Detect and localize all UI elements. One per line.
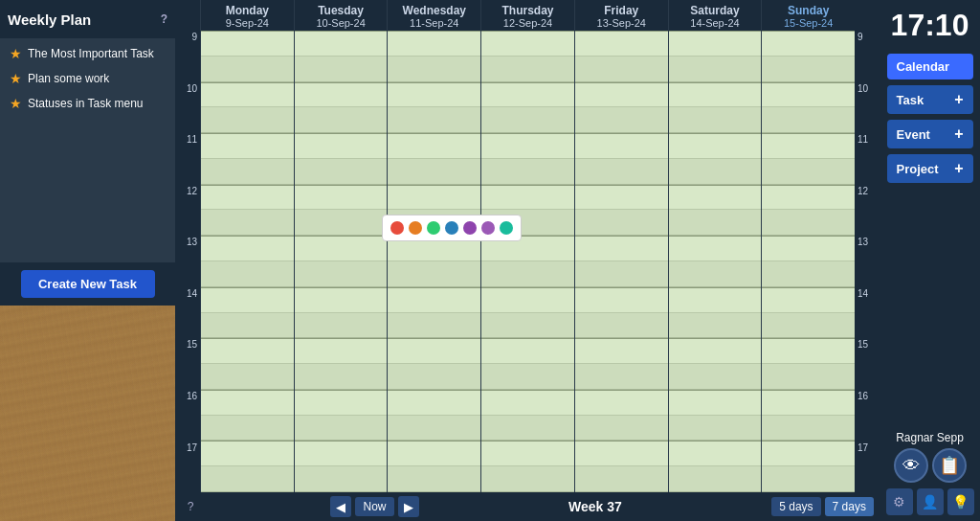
time-cell[interactable] (669, 107, 762, 133)
time-cell[interactable] (295, 390, 388, 416)
time-cell[interactable] (669, 185, 762, 211)
time-cell[interactable] (575, 390, 668, 416)
time-cell[interactable] (295, 185, 388, 211)
task-menu-button[interactable]: Task + (887, 85, 973, 114)
seven-days-button[interactable]: 7 days (825, 497, 874, 516)
time-cell[interactable] (481, 466, 574, 492)
time-cell[interactable] (295, 441, 388, 466)
time-cell[interactable] (762, 338, 855, 364)
avatar-eye-button[interactable]: 👁 (894, 448, 928, 483)
time-cell[interactable] (762, 390, 855, 416)
time-cell[interactable] (762, 466, 855, 492)
time-cell[interactable] (669, 159, 762, 185)
time-cell[interactable] (575, 185, 668, 211)
time-cell[interactable] (669, 31, 762, 57)
time-cell[interactable] (669, 287, 762, 313)
time-cell[interactable] (295, 287, 388, 313)
time-cell[interactable] (669, 261, 762, 287)
time-cell[interactable] (669, 466, 762, 492)
time-cell[interactable] (481, 159, 574, 185)
time-cell[interactable] (481, 441, 574, 466)
time-cell[interactable] (201, 261, 294, 287)
time-cell[interactable] (575, 441, 668, 466)
time-cell[interactable] (762, 31, 855, 57)
time-cell[interactable] (762, 107, 855, 133)
time-cell[interactable] (575, 236, 668, 261)
time-cell[interactable] (388, 313, 480, 339)
time-cell[interactable] (388, 133, 480, 159)
time-cell[interactable] (201, 185, 294, 211)
time-cell[interactable] (762, 185, 855, 211)
time-cell[interactable] (762, 133, 855, 159)
time-cell[interactable] (388, 261, 480, 287)
time-cell[interactable] (762, 236, 855, 261)
time-cell[interactable] (669, 57, 762, 82)
time-cell[interactable] (481, 57, 574, 82)
time-cell[interactable] (575, 82, 668, 108)
time-cell[interactable] (481, 313, 574, 339)
time-cell[interactable] (295, 338, 388, 364)
time-cell[interactable] (295, 364, 388, 390)
now-button[interactable]: Now (355, 497, 393, 516)
time-cell[interactable] (201, 31, 294, 57)
time-cell[interactable] (575, 364, 668, 390)
color-dot[interactable] (445, 221, 458, 235)
time-cell[interactable] (481, 261, 574, 287)
time-cell[interactable] (762, 441, 855, 466)
time-cell[interactable] (481, 416, 574, 442)
time-cell[interactable] (201, 236, 294, 261)
time-cell[interactable] (762, 210, 855, 236)
time-cell[interactable] (575, 107, 668, 133)
time-cell[interactable] (669, 210, 762, 236)
time-cell[interactable] (669, 441, 762, 466)
time-cell[interactable] (295, 236, 388, 261)
time-cell[interactable] (575, 210, 668, 236)
time-cell[interactable] (481, 364, 574, 390)
time-cell[interactable] (388, 416, 480, 442)
color-dot[interactable] (500, 221, 513, 235)
color-dot[interactable] (427, 221, 440, 235)
user-button[interactable]: 👤 (917, 488, 944, 515)
time-cell[interactable] (295, 133, 388, 159)
time-cell[interactable] (481, 82, 574, 108)
time-cell[interactable] (201, 133, 294, 159)
sidebar-task-item[interactable]: ★The Most Important Task (4, 42, 171, 65)
time-cell[interactable] (388, 82, 480, 108)
time-cell[interactable] (481, 287, 574, 313)
color-dot[interactable] (481, 221, 495, 235)
time-cell[interactable] (762, 159, 855, 185)
time-cell[interactable] (201, 364, 294, 390)
time-cell[interactable] (295, 31, 388, 57)
time-cell[interactable] (201, 159, 294, 185)
time-cell[interactable] (201, 57, 294, 82)
time-cell[interactable] (388, 390, 480, 416)
time-cell[interactable] (388, 466, 480, 492)
project-menu-button[interactable]: Project + (887, 154, 973, 183)
time-cell[interactable] (201, 210, 294, 236)
time-cell[interactable] (669, 313, 762, 339)
time-cell[interactable] (388, 159, 480, 185)
event-menu-button[interactable]: Event + (887, 120, 973, 148)
time-cell[interactable] (388, 338, 480, 364)
time-cell[interactable] (201, 441, 294, 466)
color-dot[interactable] (409, 221, 422, 235)
time-cell[interactable] (388, 107, 480, 133)
color-dot[interactable] (463, 221, 477, 235)
time-cell[interactable] (201, 82, 294, 108)
time-cell[interactable] (295, 210, 388, 236)
time-cell[interactable] (669, 338, 762, 364)
footer-help-icon[interactable]: ? (181, 500, 200, 513)
time-cell[interactable] (295, 261, 388, 287)
time-cell[interactable] (575, 133, 668, 159)
time-cell[interactable] (201, 313, 294, 339)
time-cell[interactable] (201, 390, 294, 416)
time-cell[interactable] (575, 338, 668, 364)
time-cell[interactable] (201, 416, 294, 442)
time-cell[interactable] (762, 416, 855, 442)
time-cell[interactable] (575, 416, 668, 442)
time-cell[interactable] (388, 364, 480, 390)
settings-button[interactable]: ⚙ (886, 488, 913, 515)
time-cell[interactable] (762, 261, 855, 287)
create-task-button[interactable]: Create New Task (21, 270, 155, 298)
time-cell[interactable] (669, 236, 762, 261)
